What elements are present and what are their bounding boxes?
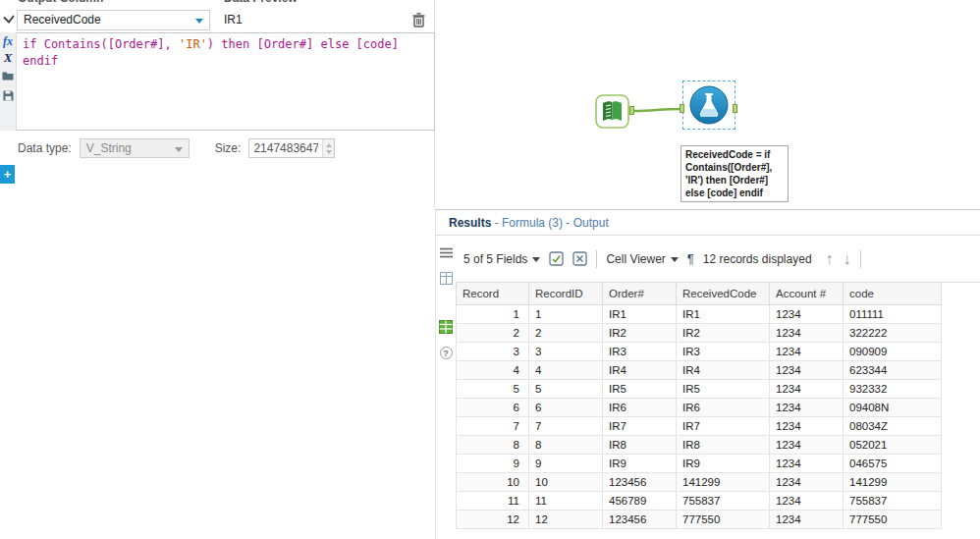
table-cell[interactable]: IR1	[677, 304, 770, 323]
table-cell[interactable]: 3	[529, 342, 603, 360]
table-cell[interactable]: 4	[529, 360, 603, 379]
scroll-to-top-icon[interactable]: ↑	[826, 251, 834, 267]
table-cell[interactable]: 1234	[770, 323, 844, 342]
table-cell[interactable]: IR5	[677, 379, 770, 398]
data-type-dropdown[interactable]: V_String	[80, 138, 190, 158]
table-cell[interactable]: 932332	[844, 379, 942, 398]
table-cell[interactable]: 755837	[844, 491, 942, 510]
table-cell[interactable]: 123456	[603, 510, 677, 528]
expression-input[interactable]: if Contains([Order#], 'IR') then [Order#…	[17, 32, 435, 131]
functions-icon[interactable]: fx	[3, 35, 13, 48]
table-cell[interactable]: 6	[529, 398, 603, 416]
table-cell[interactable]: IR7	[603, 416, 677, 435]
table-cell[interactable]: 755837	[677, 491, 770, 510]
list-view-icon[interactable]	[440, 244, 453, 262]
table-cell[interactable]: IR7	[677, 416, 770, 435]
table-cell[interactable]: 1234	[770, 398, 844, 416]
column-header[interactable]: Order#	[603, 283, 677, 304]
table-cell[interactable]: 12	[529, 510, 603, 528]
delete-expression-icon[interactable]	[412, 13, 425, 27]
table-cell[interactable]: 1234	[770, 491, 844, 510]
table-cell[interactable]: 9	[529, 454, 603, 472]
table-cell[interactable]: IR9	[603, 454, 677, 472]
table-cell[interactable]: 1234	[770, 510, 844, 528]
column-header[interactable]: RecordID	[529, 283, 603, 304]
table-cell[interactable]: IR5	[603, 379, 677, 398]
table-cell[interactable]: 046575	[844, 454, 942, 472]
table-cell[interactable]: 623344	[844, 360, 942, 379]
table-cell[interactable]: 052021	[844, 435, 942, 454]
table-cell[interactable]: 777550	[677, 510, 770, 528]
deselect-all-fields-icon[interactable]	[572, 251, 587, 266]
table-cell[interactable]: 4	[457, 360, 529, 379]
table-cell[interactable]: 8	[457, 435, 529, 454]
column-header[interactable]: Record	[457, 283, 529, 304]
table-cell[interactable]: 141299	[677, 472, 770, 491]
table-cell[interactable]: 141299	[844, 472, 942, 491]
table-cell[interactable]: IR8	[677, 435, 770, 454]
save-expression-icon[interactable]	[3, 87, 14, 105]
data-view-icon[interactable]	[439, 320, 453, 338]
workflow-canvas[interactable]: ReceivedCode = if Contains([Order#], 'IR…	[435, 0, 980, 209]
cell-viewer-dropdown[interactable]: Cell Viewer	[606, 252, 678, 266]
table-row[interactable]: 12121234567775501234777550	[457, 510, 942, 528]
size-stepper[interactable]	[322, 139, 334, 157]
variables-icon[interactable]: X	[4, 51, 13, 64]
add-expression-button[interactable]: +	[0, 165, 15, 184]
table-cell[interactable]: 5	[457, 379, 529, 398]
input-tool-output-anchor[interactable]	[629, 106, 634, 115]
formula-tool-output-anchor[interactable]	[733, 104, 737, 113]
table-cell[interactable]: 12	[457, 510, 529, 528]
table-row[interactable]: 22IR2IR21234322222	[457, 323, 942, 342]
column-header[interactable]: code	[844, 283, 942, 304]
formula-tool-icon[interactable]	[688, 84, 730, 130]
table-cell[interactable]: 09408N	[844, 398, 942, 416]
scroll-to-bottom-icon[interactable]: ↓	[844, 251, 851, 267]
table-cell[interactable]: IR2	[677, 323, 770, 342]
help-icon[interactable]: ?	[440, 347, 453, 359]
table-cell[interactable]: IR3	[677, 342, 770, 360]
table-cell[interactable]: IR8	[603, 435, 677, 454]
table-cell[interactable]: IR6	[603, 398, 677, 416]
metadata-view-icon[interactable]	[440, 271, 453, 289]
table-row[interactable]: 44IR4IR41234623344	[457, 360, 942, 379]
table-cell[interactable]: 11	[529, 491, 603, 510]
table-cell[interactable]: 1234	[770, 342, 844, 360]
input-data-tool-icon[interactable]	[595, 94, 629, 133]
table-cell[interactable]: 1234	[770, 379, 844, 398]
table-row[interactable]: 11IR1IR11234011111	[457, 304, 942, 323]
table-cell[interactable]: 7	[529, 416, 603, 435]
table-row[interactable]: 88IR8IR81234052021	[457, 435, 942, 454]
formula-tool-input-anchor[interactable]	[680, 104, 684, 113]
table-row[interactable]: 66IR6IR6123409408N	[457, 398, 942, 416]
table-cell[interactable]: 1234	[770, 416, 844, 435]
whitespace-toggle-icon[interactable]: ¶	[687, 251, 694, 266]
table-cell[interactable]: 1	[529, 304, 603, 323]
table-cell[interactable]: 3	[457, 342, 529, 360]
table-row[interactable]: 77IR7IR7123408034Z	[457, 416, 942, 435]
stepper-down-icon[interactable]	[326, 150, 332, 154]
table-cell[interactable]: 1234	[770, 360, 844, 379]
table-row[interactable]: 33IR3IR31234090909	[457, 342, 942, 360]
table-cell[interactable]: 456789	[603, 491, 677, 510]
size-input[interactable]	[249, 139, 322, 157]
table-cell[interactable]: 9	[457, 454, 529, 472]
table-cell[interactable]: 6	[457, 398, 529, 416]
table-cell[interactable]: 322222	[844, 323, 942, 342]
table-cell[interactable]: 1234	[770, 304, 844, 323]
saved-expressions-folder-icon[interactable]	[2, 67, 14, 84]
table-cell[interactable]: 1234	[770, 472, 844, 491]
table-row[interactable]: 10101234561412991234141299	[457, 472, 942, 491]
table-cell[interactable]: IR6	[677, 398, 770, 416]
table-cell[interactable]: 123456	[603, 472, 677, 491]
table-cell[interactable]: 2	[457, 323, 529, 342]
table-cell[interactable]: 1234	[770, 435, 844, 454]
stepper-up-icon[interactable]	[326, 143, 332, 147]
fields-dropdown[interactable]: 5 of 5 Fields	[463, 252, 540, 266]
table-cell[interactable]: 090909	[844, 342, 942, 360]
table-cell[interactable]: 8	[529, 435, 603, 454]
table-cell[interactable]: 08034Z	[844, 416, 942, 435]
table-cell[interactable]: 1	[457, 304, 529, 323]
table-cell[interactable]: 10	[457, 472, 529, 491]
select-all-fields-icon[interactable]	[549, 251, 564, 266]
